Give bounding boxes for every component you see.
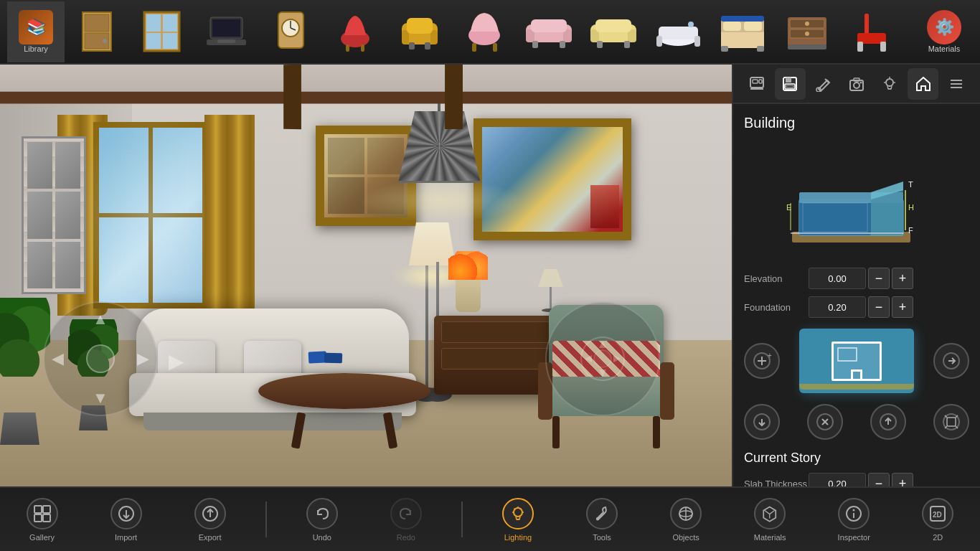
action-btn-4[interactable]: [933, 404, 969, 440]
export-button[interactable]: Export: [178, 489, 242, 550]
svg-text:2D: 2D: [933, 511, 942, 519]
building-section: Building T H E: [733, 104, 980, 488]
svg-rect-48: [723, 22, 741, 31]
foundation-label: Foundation: [744, 302, 809, 313]
svg-text:H: H: [908, 203, 914, 212]
slab-thickness-input[interactable]: [809, 473, 866, 488]
furniture-chair-red[interactable]: [323, 1, 387, 62]
furniture-window[interactable]: [129, 1, 194, 62]
svg-rect-44: [694, 36, 700, 47]
nav-joystick-right[interactable]: [545, 301, 660, 416]
foundation-decrease-button[interactable]: −: [868, 296, 890, 318]
objects-button[interactable]: Objects: [654, 489, 718, 550]
undo-button[interactable]: Undo: [290, 489, 354, 550]
nav-right-arrow[interactable]: ▶: [137, 349, 149, 368]
foundation-increase-button[interactable]: +: [892, 296, 913, 318]
elevation-decrease-button[interactable]: −: [868, 268, 890, 289]
svg-rect-25: [425, 42, 430, 50]
svg-rect-88: [799, 199, 871, 235]
inspector-button[interactable]: Inspector: [821, 489, 886, 550]
inspector-label: Inspector: [838, 533, 870, 542]
redo-label: Redo: [397, 533, 415, 542]
nav-left-arrow[interactable]: ◀: [52, 349, 64, 368]
svg-line-120: [514, 508, 515, 509]
furniture-chair-pink[interactable]: [452, 1, 517, 62]
nav-joystick-left[interactable]: ▲ ▼ ◀ ▶: [43, 301, 158, 416]
svg-rect-8: [163, 33, 177, 49]
elevation-increase-button[interactable]: +: [892, 268, 913, 289]
select-tool-button[interactable]: [742, 68, 772, 100]
house-diagram: T H E F: [744, 142, 969, 257]
top-toolbar: 📚 Library: [0, 0, 980, 65]
svg-point-78: [886, 79, 893, 86]
tools-icon: [586, 498, 618, 529]
library-label: Library: [24, 44, 48, 53]
nav-center[interactable]: [86, 344, 115, 373]
save-button[interactable]: [775, 68, 805, 100]
right-panel-toolbar: [733, 65, 980, 104]
svg-rect-62: [880, 42, 886, 52]
list-view-button[interactable]: [941, 68, 971, 100]
furniture-sofa-yellow[interactable]: [581, 1, 646, 62]
svg-text:T: T: [908, 180, 913, 189]
svg-rect-51: [757, 46, 764, 52]
materials-bottom-button[interactable]: Materials: [738, 489, 802, 550]
slab-thickness-row: Slab Thickness − +: [744, 473, 969, 488]
materials-button[interactable]: ⚙️ Materials: [915, 1, 973, 62]
move-down-button[interactable]: [744, 404, 780, 440]
beam-vertical2: [445, 65, 463, 129]
furniture-dresser[interactable]: [775, 1, 839, 62]
svg-rect-27: [472, 43, 476, 52]
undo-label: Undo: [313, 533, 331, 542]
svg-point-57: [805, 32, 809, 36]
slab-decrease-button[interactable]: −: [868, 473, 890, 488]
floor-plan-preview[interactable]: [799, 329, 914, 393]
elevation-input[interactable]: [809, 268, 866, 289]
tools-button[interactable]: Tools: [570, 489, 634, 550]
beam-horizontal: [0, 92, 732, 104]
export-label: Export: [199, 533, 222, 542]
svg-rect-32: [531, 19, 567, 32]
slab-increase-button[interactable]: +: [892, 473, 913, 488]
furniture-sofa-pink[interactable]: [517, 1, 581, 62]
foundation-input[interactable]: [809, 296, 866, 318]
viewport[interactable]: ▲ ▼ ◀ ▶ ▶: [0, 65, 732, 488]
svg-rect-50: [721, 46, 728, 52]
action-btn-3[interactable]: [807, 404, 843, 440]
materials-bottom-label: Materials: [754, 533, 786, 542]
move-up-button[interactable]: [870, 404, 906, 440]
2d-button[interactable]: 2D 2D: [905, 489, 970, 550]
paint-button[interactable]: [809, 68, 839, 100]
home-view-button[interactable]: [908, 68, 938, 100]
svg-rect-110: [43, 506, 50, 513]
add-story-button[interactable]: +: [744, 343, 780, 379]
nav-up-arrow[interactable]: ▲: [93, 310, 108, 329]
objects-label: Objects: [672, 533, 699, 542]
furniture-bed[interactable]: [710, 1, 775, 62]
nav-down-arrow[interactable]: ▼: [93, 389, 108, 408]
svg-rect-112: [43, 514, 50, 522]
svg-rect-23: [407, 18, 433, 34]
action-btn-2[interactable]: [933, 343, 969, 379]
gallery-button[interactable]: Gallery: [10, 489, 75, 550]
library-icon: 📚: [19, 10, 53, 44]
right-panel: Building T H E: [732, 65, 980, 488]
camera-button[interactable]: [842, 68, 872, 100]
furniture-chair-red2[interactable]: [839, 1, 904, 62]
furniture-clock[interactable]: [258, 1, 323, 62]
furniture-door[interactable]: [65, 1, 129, 62]
redo-button[interactable]: Redo: [374, 489, 438, 550]
lighting-button[interactable]: [875, 68, 905, 100]
nav-mid-button[interactable]: ▶: [169, 349, 184, 373]
furniture-laptop[interactable]: [194, 1, 258, 62]
furniture-bathtub[interactable]: [646, 1, 710, 62]
materials-bottom-icon: [754, 498, 786, 529]
divider-2: [461, 501, 463, 537]
svg-rect-42: [659, 27, 698, 39]
import-button[interactable]: Import: [94, 489, 159, 550]
lighting-button[interactable]: Lighting: [486, 489, 550, 550]
svg-rect-43: [656, 36, 662, 47]
library-button[interactable]: 📚 Library: [7, 1, 65, 62]
2d-icon: 2D: [922, 498, 953, 529]
furniture-armchair-yellow[interactable]: [387, 1, 452, 62]
